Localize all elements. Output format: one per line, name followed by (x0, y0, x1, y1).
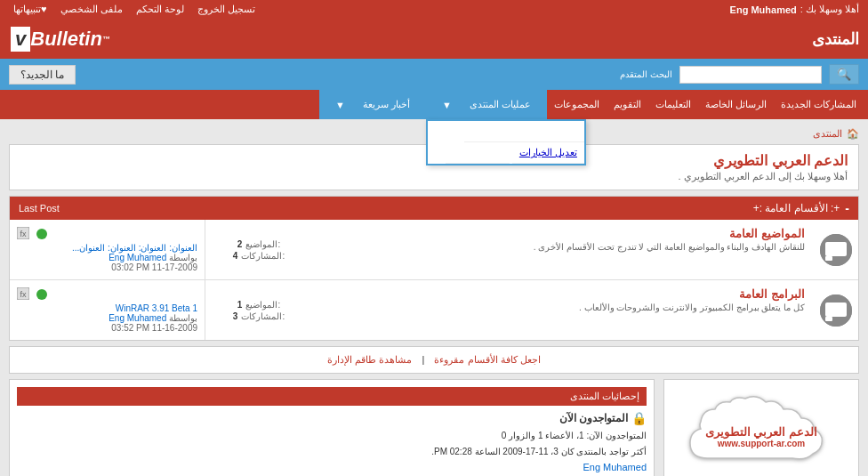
stats-panel: إحصائيات المنتدى 🔒 المتواجدون الآن المتو… (9, 379, 655, 476)
svg-text:fx: fx (20, 290, 27, 299)
by-label-2: بواسطة (166, 313, 197, 323)
header: المنتدى vBulletin™ (0, 19, 868, 59)
mark-all-read-link[interactable]: اجعل كافة الأقسام مقروءة (434, 354, 540, 365)
stats-title: إحصائيات المنتدى (570, 391, 639, 402)
nav-groups[interactable]: المجموعات (547, 94, 607, 115)
cloud-logo-url: www.support-ar.com (705, 439, 817, 448)
last-post-title[interactable]: العنوان: العنوان: العنوان: العنوان... (17, 243, 197, 253)
forum-lastpost-cell-2: fx WinRAR 3.91 Beta 1 بواسطة Eng Muhamed… (10, 280, 205, 340)
notifications-link[interactable]: تنبيهاتها♥ (13, 4, 47, 15)
breadcrumb-home[interactable]: المنتدى (813, 128, 842, 140)
online-desc: المتواجدون الآن: 1، الأعضاء 1 والزوار 0 (17, 429, 647, 443)
topics-label-2: :المواضيع (245, 300, 280, 310)
posts-value-2: 3 (233, 311, 238, 321)
advanced-search-link[interactable]: البحث المتقدم (620, 69, 672, 79)
logo-v: v (11, 27, 30, 52)
control-panel-link[interactable]: لوحة التحكم (136, 4, 184, 15)
welcome-text: أهلا وسهلا بك : (800, 4, 859, 15)
nav-instructions[interactable]: التعليمات (648, 94, 698, 115)
svg-rect-6 (825, 303, 847, 317)
last-post-title-2[interactable]: WinRAR 3.91 Beta 1 (17, 303, 197, 313)
svg-rect-2 (825, 256, 832, 261)
stats-header: إحصائيات المنتدى (17, 387, 647, 406)
forum-lastpost-cell: fx العنوان: العنوان: العنوان: العنوان...… (10, 220, 205, 279)
view-team-link[interactable]: مشاهدة طاقم الإدارة (327, 354, 412, 365)
nav-bar: المشاركات الجديدة الرسائل الخاصة التعليم… (0, 90, 868, 119)
forum-icon-cell-2 (814, 280, 858, 340)
nav-new-posts[interactable]: المشاركات الجديدة (774, 94, 864, 115)
forum-section-general: - +: الأقسام العامة :+ Last Post المواضي… (9, 196, 859, 341)
posts-value: 4 (233, 251, 238, 261)
svg-rect-7 (825, 317, 832, 321)
posts-label-2: :المشاركات (241, 311, 285, 321)
table-row: المواضيع العامة للنقاش الهادف والبناء وا… (10, 220, 858, 280)
online-title: المتواجدون الآن (559, 412, 628, 424)
menu-mark-all-read[interactable]: اجعل كافة الأقسام مقروءة (464, 121, 584, 142)
forum-info-cell-2: البرامج العامة كل ما يتعلق ببرامج الكمبي… (312, 280, 814, 340)
forum-stats-cell-2: :المواضيع 1 :المشاركات 3 (205, 280, 312, 340)
forum-icon (820, 234, 852, 266)
logo-bulletin: Bulletin (30, 28, 102, 51)
last-post-author-label-2: بواسطة Eng Muhamed (17, 313, 197, 323)
username: Eng Muhamed (730, 4, 797, 15)
forum-icon-2 (820, 294, 852, 327)
footer-links: اجعل كافة الأقسام مقروءة | مشاهدة طاقم ا… (9, 346, 859, 374)
new-post-indicator (36, 229, 47, 239)
cloud-text: الدعم العربي التطويرى www.support-ar.com (705, 425, 817, 448)
search-icon-btn[interactable]: 🔍 (829, 64, 859, 85)
section-title: +: الأقسام العامة :+ (753, 202, 840, 214)
bottom-section: الدعم العربي التطويرى www.support-ar.com… (9, 379, 859, 476)
search-input[interactable] (679, 66, 822, 84)
topics-label: :المواضيع (245, 239, 280, 249)
nav-forum-ops-dropdown[interactable]: عمليات المنتدى ▼ اجعل كافة الأقسام مقروء… (426, 90, 547, 119)
topics-value: 2 (237, 239, 243, 249)
nav-forum-ops-label: عمليات المنتدى (462, 94, 538, 115)
svg-rect-1 (825, 242, 847, 256)
menu-edit-data[interactable]: تعديل بياناتي (446, 142, 509, 164)
logo-tm: ™ (102, 35, 110, 44)
nav-quick-news-btn[interactable]: أخبار سريعة ▼ (319, 90, 426, 119)
forum-subtitle: أهلا وسهلا بك إلى الدعم العربي التطويري … (20, 171, 848, 182)
chevron-down-icon-2: ▼ (328, 95, 352, 115)
forum-icon-cell (814, 220, 858, 279)
forum-info-cell: المواضيع العامة للنقاش الهادف والبناء وا… (312, 220, 814, 279)
lock-icon: 🔒 (631, 411, 647, 425)
last-post-author-2[interactable]: Eng Muhamed (108, 313, 166, 323)
separator: | (422, 354, 425, 365)
collapse-button[interactable]: - (845, 201, 849, 215)
forum-name-2[interactable]: البرامج العامة (321, 287, 805, 301)
search-bar: 🔍 البحث المتقدم ما الجديد؟ (0, 59, 868, 90)
last-post-label: Last Post (19, 203, 60, 214)
profile-link[interactable]: ملفى الشخصي (60, 4, 123, 15)
last-post-time: 03:02 PM 11-17-2009 (17, 262, 197, 272)
last-post-time-2: 03:52 PM 11-16-2009 (17, 323, 197, 333)
cloud-logo-text: الدعم العربي التطويرى (705, 425, 817, 439)
nav-quick-news-label: أخبار سريعة (356, 94, 417, 115)
table-row: البرامج العامة كل ما يتعلق ببرامج الكمبي… (10, 280, 858, 340)
topics-value-2: 1 (237, 300, 243, 310)
forum-name[interactable]: المواضيع العامة (321, 227, 805, 240)
nav-quick-news-dropdown[interactable]: أخبار سريعة ▼ (319, 90, 426, 119)
last-post-author[interactable]: Eng Muhamed (108, 253, 166, 262)
nav-private-messages[interactable]: الرسائل الخاصة (698, 94, 774, 115)
forum-label: المنتدى (812, 29, 859, 49)
section-header: - +: الأقسام العامة :+ Last Post (10, 197, 858, 220)
svg-text:fx: fx (20, 230, 27, 238)
member-link[interactable]: Eng Muhamed (583, 462, 647, 472)
new-posts-button[interactable]: ما الجديد؟ (9, 65, 76, 85)
nav-calendar[interactable]: التقويم (607, 94, 648, 115)
cloud-logo-section: الدعم العربي التطويرى www.support-ar.com (663, 379, 859, 476)
menu-edit-options[interactable]: تعديل الخيارات (512, 142, 584, 164)
by-label: بواسطة (166, 253, 197, 262)
forum-desc-2: كل ما يتعلق ببرامج الكمبيوتر والانترنت و… (321, 303, 805, 312)
home-icon: 🏠 (847, 128, 859, 140)
vbulletin-logo: vBulletin™ (9, 27, 110, 52)
posts-label: :المشاركات (241, 251, 285, 261)
nav-forum-ops-btn[interactable]: عمليات المنتدى ▼ (426, 90, 547, 119)
last-post-author-label: بواسطة Eng Muhamed (17, 253, 197, 262)
logout-link[interactable]: تسجيل الخروج (197, 4, 255, 15)
top-bar: أهلا وسهلا بك : Eng Muhamed تنبيهاتها♥ م… (0, 0, 868, 19)
last-visit: أكثر تواجد بالمنتدى كان 3، 11-17-2009 ال… (17, 445, 647, 459)
cloud-shape: الدعم العربي التطويرى www.support-ar.com (681, 391, 841, 477)
chevron-down-icon: ▼ (435, 95, 459, 115)
